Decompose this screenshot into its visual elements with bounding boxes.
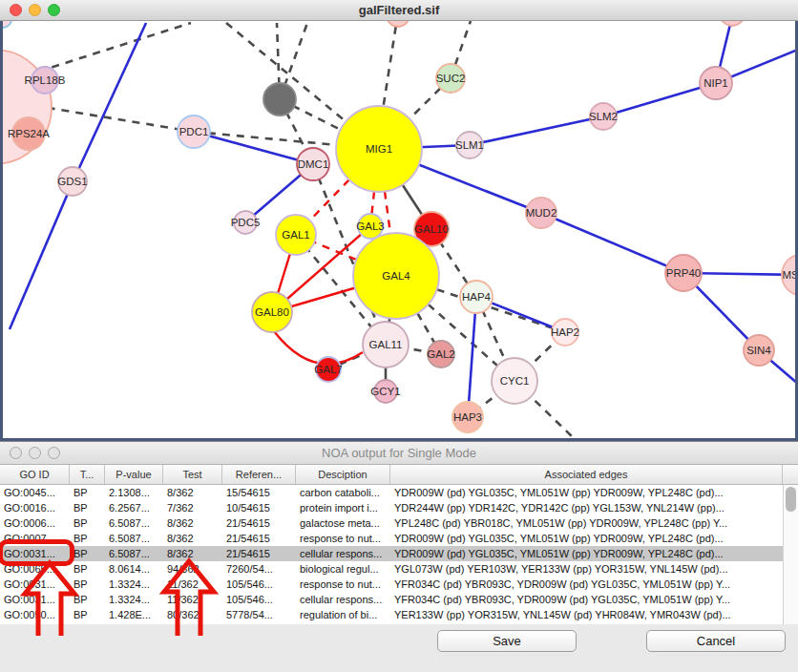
main-window-titlebar: galFiltered.sif <box>0 0 798 21</box>
network-node-label: PDC1 <box>179 126 209 137</box>
network-node-label: GAL80 <box>255 306 289 318</box>
cell: GO:0031... <box>0 577 70 592</box>
cell: 11/362 <box>163 577 222 592</box>
cell: BP <box>70 515 105 531</box>
table-body: GO:0045...BP2.1308...8/36215/54615carbon… <box>0 485 798 622</box>
save-button[interactable]: Save <box>437 630 577 652</box>
network-node-label: GAL1 <box>282 229 309 241</box>
network-node-label: RPS24A <box>8 128 50 139</box>
table-row[interactable]: GO:0031...BP1.3324...11/362105/546...res… <box>0 577 798 592</box>
cell: 21/54615 <box>222 546 296 561</box>
network-canvas[interactable]: RPL18BRPS24AGDS1PDC1DMC1MIG1SUC2SLM1SLM2… <box>0 21 798 441</box>
column-header-associated-edges[interactable]: Associated edges <box>390 465 783 484</box>
noa-window-titlebar: NOA output for Single Mode <box>0 442 798 465</box>
cell: 8/362 <box>163 546 222 561</box>
network-edge <box>603 83 716 116</box>
cell: regulation of bi... <box>296 607 390 622</box>
cancel-button[interactable]: Cancel <box>646 630 786 652</box>
network-node-label: HAP4 <box>462 291 492 303</box>
network-node-label: GAL4 <box>382 270 410 282</box>
network-node-label: DMC1 <box>298 158 329 170</box>
network-edge <box>38 23 191 72</box>
network-node-label: MUD2 <box>526 207 557 219</box>
cell: YDR244W (pp) YDR142C, YDR142C (pp) YGL15… <box>390 500 783 515</box>
network-node-label: HAP3 <box>453 411 482 423</box>
zoom-button[interactable] <box>48 4 60 16</box>
table-row[interactable]: GO:0045...BP2.1308...8/36215/54615carbon… <box>0 485 798 500</box>
network-node-label: SLM1 <box>455 139 484 151</box>
cell: GO:0007... <box>0 531 70 546</box>
network-edge <box>470 116 603 145</box>
scrollbar-thumb[interactable] <box>786 487 796 512</box>
cell: 8/362 <box>163 485 222 500</box>
network-node-label: GAL2 <box>427 348 454 360</box>
cell: YDR009W (pd) YGL035C, YML051W (pp) YDR00… <box>390 531 783 546</box>
minimize-button[interactable] <box>29 4 41 16</box>
column-header-go-id[interactable]: GO ID <box>0 465 70 484</box>
cell: 7260/54... <box>222 561 296 577</box>
cell: BP <box>70 485 105 500</box>
cell: 11/362 <box>163 592 222 607</box>
cell: 94/362 <box>163 561 222 577</box>
cell: 1.3324... <box>105 577 163 592</box>
cell: 6.5087... <box>105 515 163 531</box>
cell: BP <box>70 607 105 622</box>
cell: 5778/54... <box>222 607 296 622</box>
network-edge <box>468 297 476 417</box>
close-button[interactable] <box>10 4 22 16</box>
cell: 105/546... <box>222 577 296 592</box>
cell: YGL073W (pd) YER103W, YER133W (pp) YOR31… <box>390 561 783 577</box>
table-row[interactable]: GO:0065...BP8.0614...94/3627260/54...bio… <box>0 561 798 577</box>
cell: BP <box>70 531 105 546</box>
network-edge <box>10 182 73 329</box>
table-row[interactable]: GO:0007...BP6.5087...8/36221/54615respon… <box>0 531 798 546</box>
column-header-t-[interactable]: T... <box>70 465 105 484</box>
cell: 6.2567... <box>105 500 163 515</box>
cell: 8/362 <box>163 531 222 546</box>
column-header-desciption[interactable]: Desciption <box>296 465 390 484</box>
network-node-partial-top-mid[interactable] <box>387 21 410 27</box>
table-row[interactable]: GO:0031...BP6.5087...8/36221/54615cellul… <box>0 546 798 561</box>
table-row[interactable]: GO:0031...BP1.3324...11/362105/546...cel… <box>0 592 798 607</box>
cell: protein import i... <box>296 500 390 515</box>
table-scrollbar[interactable] <box>783 485 798 624</box>
cell: BP <box>70 561 105 577</box>
cell: YFR034C (pd) YBR093C, YDR009W (pd) YGL03… <box>390 577 783 592</box>
column-header-referen-[interactable]: Referen... <box>222 465 296 484</box>
network-edge <box>274 331 363 364</box>
network-node-label: CYC1 <box>500 375 530 387</box>
column-header-p-value[interactable]: P-value <box>105 465 163 484</box>
noa-minimize-button[interactable] <box>29 447 41 459</box>
cell: 15/54615 <box>222 485 296 500</box>
column-header-test[interactable]: Test <box>163 465 222 484</box>
cell: 10/54615 <box>222 500 296 515</box>
network-node-label: MIG1 <box>366 143 392 155</box>
noa-close-button[interactable] <box>10 447 22 459</box>
network-node-label: GCY1 <box>370 386 400 397</box>
network-edge <box>73 23 146 182</box>
table-row[interactable]: GO:0006...BP6.5087...8/36221/54615galact… <box>0 515 798 531</box>
network-node-label: SUC2 <box>436 73 466 84</box>
table-row[interactable]: GO:0016...BP6.2567...7/36210/54615protei… <box>0 500 798 515</box>
cell: response to nut... <box>296 577 390 592</box>
cell: GO:0031... <box>0 546 70 561</box>
network-node-label: HAP2 <box>551 326 579 338</box>
network-node-label: GAL7 <box>314 364 342 375</box>
network-node-partial-top-right[interactable] <box>720 21 745 26</box>
cell: 1.428E... <box>105 607 163 622</box>
network-node-partial-top-left[interactable] <box>3 21 11 28</box>
cell: 2.1308... <box>105 485 163 500</box>
network-graph: RPL18BRPS24AGDS1PDC1DMC1MIG1SUC2SLM1SLM2… <box>3 21 795 438</box>
network-node-label: PRP40 <box>666 267 701 279</box>
cell: GO:0045... <box>0 485 70 500</box>
noa-window-title: NOA output for Single Mode <box>322 446 476 460</box>
network-edge <box>541 213 683 273</box>
cell: BP <box>70 592 105 607</box>
noa-window: NOA output for Single Mode GO IDT...P-va… <box>0 441 798 672</box>
table-row[interactable]: GO:0050...BP1.428E...80/3625778/54...reg… <box>0 607 798 622</box>
noa-zoom-button[interactable] <box>48 447 60 459</box>
cell: 6.5087... <box>105 546 163 561</box>
network-node-unlabeled-gray[interactable] <box>263 83 296 116</box>
cell: YDR009W (pd) YGL035C, YML051W (pp) YDR00… <box>390 546 783 561</box>
network-node-label: GDS1 <box>57 176 87 187</box>
